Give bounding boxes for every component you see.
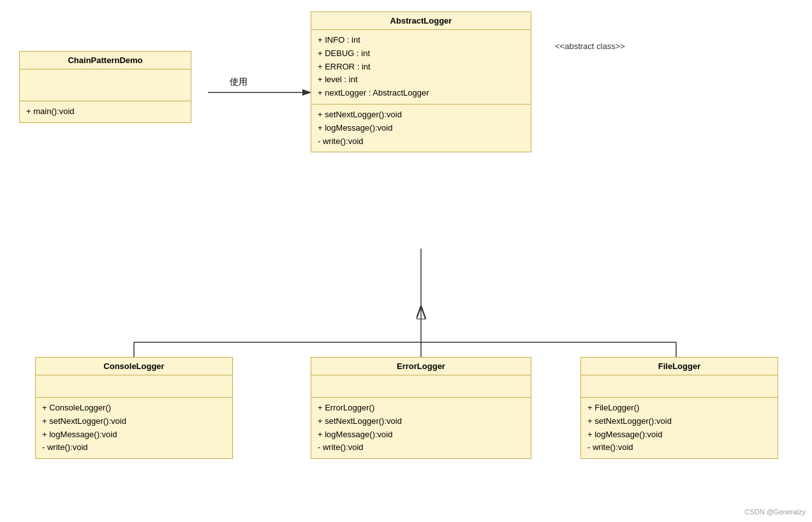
console-logger-methods: + ConsoleLogger() + setNextLogger():void… [36, 398, 232, 458]
abstract-class-label: <<abstract class>> [555, 41, 625, 51]
abstract-logger-class: AbstractLogger + INFO : int + DEBUG : in… [311, 11, 531, 152]
file-logger-fields [581, 375, 778, 398]
chain-pattern-demo-class: ChainPatternDemo + main():void [19, 51, 191, 123]
chain-pattern-demo-header: ChainPatternDemo [20, 52, 191, 69]
watermark: CSDN @Generalzy [744, 508, 806, 516]
abstract-logger-fields: + INFO : int + DEBUG : int + ERROR : int… [311, 30, 531, 105]
abstract-logger-header: AbstractLogger [311, 12, 531, 30]
diagram-container: ChainPatternDemo + main():void 使用 Abstra… [0, 0, 812, 522]
chain-pattern-demo-methods: + main():void [20, 101, 191, 122]
console-logger-fields [36, 375, 232, 398]
chain-pattern-demo-fields [20, 69, 191, 101]
error-logger-fields [311, 375, 531, 398]
usage-label: 使用 [230, 76, 247, 88]
abstract-logger-methods: + setNextLogger():void + logMessage():vo… [311, 105, 531, 152]
file-logger-methods: + FileLogger() + setNextLogger():void + … [581, 398, 778, 458]
error-logger-header: ErrorLogger [311, 358, 531, 375]
file-logger-header: FileLogger [581, 358, 778, 375]
console-logger-header: ConsoleLogger [36, 358, 232, 375]
file-logger-class: FileLogger + FileLogger() + setNextLogge… [580, 357, 778, 459]
error-logger-methods: + ErrorLogger() + setNextLogger():void +… [311, 398, 531, 458]
error-logger-class: ErrorLogger + ErrorLogger() + setNextLog… [311, 357, 531, 459]
console-logger-class: ConsoleLogger + ConsoleLogger() + setNex… [35, 357, 233, 459]
